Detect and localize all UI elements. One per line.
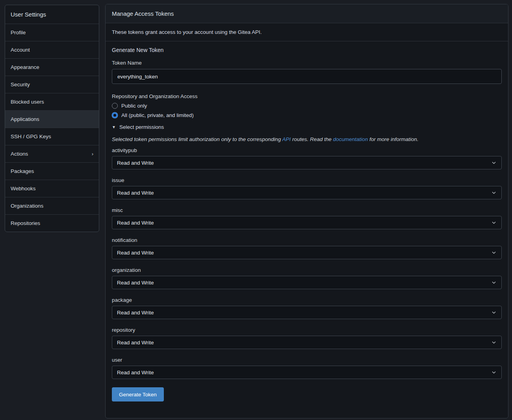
permission-select-notification[interactable]: Read and Write: [112, 246, 502, 259]
chevron-down-icon: [491, 190, 497, 195]
settings-sidebar: User Settings Profile Account Appearance…: [5, 5, 99, 232]
scope-option-all-label: All (public, private, and limited): [121, 112, 194, 118]
scope-option-public-label: Public only: [121, 103, 147, 109]
permission-label: organization: [112, 267, 502, 273]
permissions-note: Selected token permissions limit authori…: [112, 136, 502, 142]
scope-section-label: Repository and Organization Access: [112, 93, 502, 99]
permission-label: repository: [112, 327, 502, 333]
scope-option-all[interactable]: All (public, private, and limited): [112, 112, 194, 118]
permission-field-activitypub: activitypub Read and Write: [112, 147, 502, 169]
sidebar-item-packages[interactable]: Packages: [5, 162, 99, 180]
permission-select-repository[interactable]: Read and Write: [112, 336, 502, 349]
permission-field-issue: issue Read and Write: [112, 177, 502, 199]
permission-label: issue: [112, 177, 502, 183]
chevron-down-icon: [491, 250, 497, 255]
sidebar-item-security[interactable]: Security: [5, 76, 99, 93]
triangle-down-icon: ▼: [112, 125, 116, 129]
radio-unchecked-icon[interactable]: [112, 103, 118, 109]
permission-field-misc: misc Read and Write: [112, 207, 502, 229]
sidebar-title: User Settings: [5, 5, 99, 24]
permission-label: package: [112, 297, 502, 303]
chevron-right-icon: ›: [92, 151, 93, 156]
chevron-down-icon: [491, 310, 497, 315]
select-permissions-toggle[interactable]: ▼ Select permissions: [112, 124, 164, 130]
permission-label: notification: [112, 237, 502, 243]
permission-select-misc[interactable]: Read and Write: [112, 216, 502, 229]
selected-option-label: Read and Write: [117, 190, 154, 196]
sidebar-item-actions[interactable]: Actions ›: [5, 145, 99, 162]
sidebar-item-repositories[interactable]: Repositories: [5, 214, 99, 232]
chevron-down-icon: [491, 160, 497, 165]
permission-select-user[interactable]: Read and Write: [112, 366, 502, 379]
scope-option-public-only[interactable]: Public only: [112, 103, 147, 109]
permission-field-notification: notification Read and Write: [112, 237, 502, 259]
chevron-down-icon: [491, 370, 497, 375]
permission-select-issue[interactable]: Read and Write: [112, 186, 502, 199]
sidebar-item-appearance[interactable]: Appearance: [5, 58, 99, 76]
sidebar-item-organizations[interactable]: Organizations: [5, 197, 99, 214]
chevron-down-icon: [491, 340, 497, 345]
token-name-input[interactable]: [112, 69, 502, 84]
sidebar-item-webhooks[interactable]: Webhooks: [5, 180, 99, 197]
radio-checked-icon[interactable]: [112, 112, 118, 118]
manage-access-tokens-panel: Manage Access Tokens These tokens grant …: [105, 4, 508, 418]
permission-label: misc: [112, 207, 502, 213]
sidebar-item-account[interactable]: Account: [5, 41, 99, 58]
selected-option-label: Read and Write: [117, 160, 154, 166]
selected-option-label: Read and Write: [117, 340, 154, 346]
chevron-down-icon: [491, 220, 497, 225]
permission-select-package[interactable]: Read and Write: [112, 306, 502, 319]
api-link[interactable]: API: [282, 136, 291, 142]
documentation-link[interactable]: documentation: [333, 136, 368, 142]
selected-option-label: Read and Write: [117, 250, 154, 256]
selected-option-label: Read and Write: [117, 310, 154, 316]
permission-select-activitypub[interactable]: Read and Write: [112, 156, 502, 169]
sidebar-item-applications[interactable]: Applications: [5, 110, 99, 128]
permission-select-organization[interactable]: Read and Write: [112, 276, 502, 289]
permission-label: user: [112, 357, 502, 363]
selected-option-label: Read and Write: [117, 370, 154, 375]
permission-label: activitypub: [112, 147, 502, 153]
generate-token-form: Generate New Token Token Name Repository…: [106, 41, 508, 408]
selected-option-label: Read and Write: [117, 220, 154, 226]
generate-new-token-title: Generate New Token: [112, 47, 502, 53]
generate-token-button[interactable]: Generate Token: [112, 387, 164, 401]
chevron-down-icon: [491, 280, 497, 285]
permission-field-user: user Read and Write: [112, 357, 502, 379]
sidebar-item-profile[interactable]: Profile: [5, 24, 99, 41]
permission-field-package: package Read and Write: [112, 297, 502, 319]
permission-field-repository: repository Read and Write: [112, 327, 502, 349]
sidebar-item-ssh-gpg-keys[interactable]: SSH / GPG Keys: [5, 128, 99, 145]
permission-field-organization: organization Read and Write: [112, 267, 502, 289]
sidebar-item-blocked-users[interactable]: Blocked users: [5, 93, 99, 110]
selected-option-label: Read and Write: [117, 280, 154, 286]
select-permissions-label: Select permissions: [119, 124, 164, 130]
token-name-label: Token Name: [112, 60, 502, 66]
page-title: Manage Access Tokens: [106, 4, 508, 23]
tokens-description: These tokens grant access to your accoun…: [106, 23, 508, 41]
